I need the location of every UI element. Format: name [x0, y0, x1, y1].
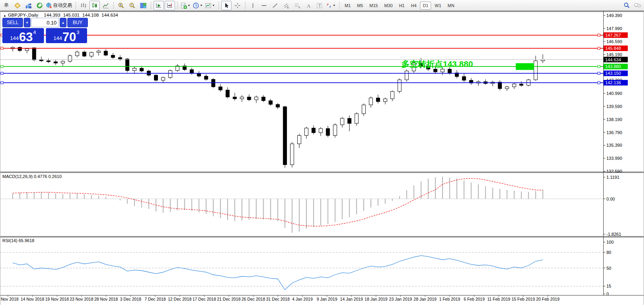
- pivot-annotation-text: 多空转折点143.880: [401, 59, 473, 70]
- svg-text:143.880: 143.880: [605, 64, 621, 69]
- svg-text:26 Dec 2018: 26 Dec 2018: [241, 297, 265, 301]
- svg-text:18 Jan 2019: 18 Jan 2019: [365, 297, 388, 301]
- svg-text:135.390: 135.390: [606, 143, 622, 148]
- svg-text:21 Dec 2018: 21 Dec 2018: [217, 297, 241, 301]
- svg-text:50: 50: [606, 266, 611, 271]
- svg-text:15 Feb 2019: 15 Feb 2019: [512, 297, 535, 301]
- green-rectangle-object[interactable]: [516, 63, 534, 70]
- svg-text:3 Dec 2018: 3 Dec 2018: [120, 297, 141, 301]
- svg-text:80: 80: [606, 250, 611, 255]
- volume-input[interactable]: [31, 18, 59, 27]
- svg-text:15: 15: [606, 284, 611, 288]
- svg-text:14 Jan 2019: 14 Jan 2019: [340, 297, 363, 301]
- volume-increase-button[interactable]: ▲: [60, 18, 66, 27]
- svg-text:145.848: 145.848: [605, 46, 621, 51]
- svg-text:-1.8261: -1.8261: [606, 232, 621, 237]
- close-value: 144.634: [102, 13, 118, 17]
- sell-price-point: 4: [33, 29, 36, 35]
- svg-text:142.136: 142.136: [605, 80, 621, 85]
- svg-text:11 Feb 2019: 11 Feb 2019: [487, 297, 510, 301]
- buy-price-big-figure: 144: [53, 35, 62, 41]
- buy-price-box[interactable]: 144703: [46, 28, 87, 43]
- macd-indicator-header: MACD(12,26,9) 0.4776 0.2610: [2, 174, 62, 179]
- svg-text:9 Nov 2018: 9 Nov 2018: [0, 297, 19, 301]
- low-value: 144.108: [82, 13, 99, 17]
- svg-text:144.634: 144.634: [605, 57, 621, 62]
- buy-price-pips: 70: [63, 31, 76, 43]
- svg-text:146.590: 146.590: [606, 39, 622, 44]
- svg-text:23 Nov 2018: 23 Nov 2018: [70, 297, 93, 301]
- svg-text:138.190: 138.190: [606, 117, 622, 122]
- svg-text:100: 100: [606, 240, 614, 244]
- high-value: 145.031: [63, 13, 80, 17]
- svg-text:23 Jan 2019: 23 Jan 2019: [389, 297, 412, 301]
- svg-text:149.390: 149.390: [606, 13, 622, 18]
- svg-text:147.990: 147.990: [606, 26, 622, 31]
- svg-text:0.00: 0.00: [606, 197, 615, 201]
- svg-text:145.190: 145.190: [606, 52, 622, 57]
- svg-text:28 Nov 2018: 28 Nov 2018: [94, 297, 118, 301]
- svg-text:28 Jan 2019: 28 Jan 2019: [414, 297, 437, 301]
- one-click-trading-panel: SELL ▼ ▲ BUY 144634 144703: [2, 18, 87, 43]
- collapse-triangle-icon[interactable]: ▲: [3, 14, 6, 17]
- svg-text:0: 0: [606, 292, 609, 296]
- svg-text:9 Jan 2019: 9 Jan 2019: [317, 297, 337, 301]
- svg-text:132.590: 132.590: [606, 169, 622, 174]
- svg-text:147.267: 147.267: [605, 33, 621, 38]
- svg-text:17 Dec 2018: 17 Dec 2018: [192, 297, 216, 301]
- sell-price-box[interactable]: 144634: [2, 28, 44, 43]
- chart-canvas[interactable]: 149.390147.990146.590145.190143.790142.3…: [0, 0, 644, 305]
- svg-text:20 Feb 2019: 20 Feb 2019: [536, 297, 560, 301]
- rsi-indicator-header: RSI(14) 65.9618: [2, 238, 34, 243]
- buy-price-point: 3: [76, 29, 79, 35]
- svg-text:31 Dec 2018: 31 Dec 2018: [266, 297, 290, 301]
- mt4-trading-window: 单自动交易▼▼▼EFAT▼M1M5M15M30H1H4D1W1MN 149.39…: [0, 0, 644, 305]
- volume-decrease-button[interactable]: ▼: [24, 18, 30, 27]
- open-value: 144.393: [44, 13, 61, 17]
- svg-text:140.990: 140.990: [606, 91, 622, 96]
- svg-text:143.150: 143.150: [605, 71, 621, 76]
- svg-text:12 Dec 2018: 12 Dec 2018: [168, 297, 192, 301]
- svg-text:1 Feb 2019: 1 Feb 2019: [439, 297, 460, 301]
- svg-text:1.1191: 1.1191: [606, 175, 619, 180]
- svg-text:6 Feb 2019: 6 Feb 2019: [464, 297, 484, 301]
- symbol-label: GBPJPY-,Daily: [8, 13, 38, 17]
- svg-text:19 Nov 2018: 19 Nov 2018: [45, 297, 69, 301]
- sell-button[interactable]: SELL: [2, 18, 23, 27]
- svg-text:4 Jan 2019: 4 Jan 2019: [292, 297, 313, 301]
- buy-button[interactable]: BUY: [67, 18, 88, 27]
- chart-title: ▲GBPJPY-,Daily144.393145.031144.108144.6…: [3, 13, 121, 17]
- svg-text:133.990: 133.990: [606, 156, 622, 161]
- svg-text:136.790: 136.790: [606, 130, 622, 135]
- sell-price-big-figure: 144: [10, 35, 19, 41]
- svg-text:7 Dec 2018: 7 Dec 2018: [144, 297, 166, 301]
- svg-text:14 Nov 2018: 14 Nov 2018: [21, 297, 44, 301]
- sell-price-pips: 63: [19, 31, 32, 43]
- svg-text:139.590: 139.590: [606, 104, 622, 109]
